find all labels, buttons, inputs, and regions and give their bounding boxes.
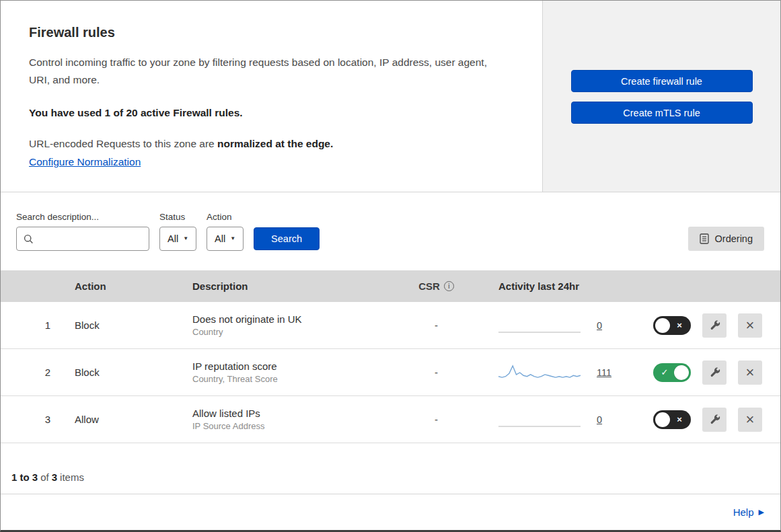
- rule-action: Allow: [61, 414, 179, 425]
- search-box: [16, 227, 149, 251]
- close-icon: ×: [746, 365, 755, 380]
- actions-panel: Create firewall rule Create mTLS rule: [543, 1, 780, 192]
- usage-summary: You have used 1 of 20 active Firewall ru…: [29, 107, 514, 119]
- create-mtls-rule-button[interactable]: Create mTLS rule: [571, 102, 753, 124]
- item-range: 1 to 3: [11, 471, 38, 483]
- delete-rule-button[interactable]: ×: [738, 360, 762, 385]
- wrench-icon: [709, 367, 720, 378]
- rule-description-cell: Allow listed IPs IP Source Address: [179, 408, 398, 431]
- rule-enabled-toggle[interactable]: ✓: [653, 363, 691, 382]
- toggle-state-icon: ✓: [655, 368, 674, 377]
- rule-enabled-toggle[interactable]: ×: [653, 410, 691, 429]
- action-filter-value: All: [215, 233, 225, 244]
- toggle-knob: [655, 318, 670, 333]
- rule-fields: Country: [192, 327, 398, 337]
- rule-priority: 1: [1, 319, 61, 331]
- chevron-down-icon: ▼: [230, 236, 235, 241]
- page-title: Firewall rules: [29, 25, 514, 40]
- normalization-text: URL-encoded Requests to this zone are no…: [29, 138, 514, 150]
- wrench-icon: [709, 319, 720, 331]
- rule-action: Block: [61, 319, 179, 331]
- delete-rule-button[interactable]: ×: [738, 408, 762, 432]
- ordering-list-icon: [700, 233, 709, 244]
- header-activity: Activity last 24hr: [475, 280, 646, 292]
- help-arrow-icon: ▶: [759, 508, 764, 517]
- action-filter-dropdown[interactable]: All▼: [207, 227, 244, 251]
- rule-description-cell: IP reputation score Country, Threat Scor…: [179, 360, 398, 384]
- items-label: items: [60, 471, 84, 483]
- rule-action: Block: [61, 367, 179, 378]
- rule-description: Does not originate in UK: [192, 313, 398, 325]
- activity-sparkline: [498, 360, 581, 385]
- rule-activity-cell: 0: [475, 313, 646, 338]
- toggle-knob: [655, 412, 670, 427]
- activity-count-link[interactable]: 111: [597, 367, 611, 378]
- toggle-state-icon: ×: [670, 321, 689, 330]
- action-field: Action All▼: [207, 212, 244, 251]
- search-label: Search description...: [16, 212, 149, 222]
- header-csr: CSR i: [398, 280, 475, 292]
- toggle-knob: [674, 365, 689, 380]
- toggle-state-icon: ×: [670, 415, 689, 424]
- firewall-rules-page: Firewall rules Control incoming traffic …: [0, 0, 781, 532]
- rule-csr: -: [398, 414, 475, 425]
- rule-enabled-toggle[interactable]: ×: [653, 316, 691, 335]
- edit-rule-button[interactable]: [702, 360, 727, 385]
- table-row: 3 Allow Allow listed IPs IP Source Addre…: [1, 396, 780, 443]
- header-description: Description: [179, 280, 398, 292]
- intro-panel: Firewall rules Control incoming traffic …: [1, 1, 543, 192]
- table-row: 2 Block IP reputation score Country, Thr…: [1, 349, 780, 396]
- rule-activity-cell: 0: [475, 408, 646, 432]
- activity-sparkline: [498, 313, 581, 338]
- status-filter-value: All: [168, 233, 178, 244]
- action-label: Action: [207, 212, 244, 222]
- rule-csr: -: [398, 367, 475, 378]
- activity-count-link[interactable]: 0: [597, 414, 602, 425]
- rule-description-cell: Does not originate in UK Country: [179, 313, 398, 337]
- table-header-row: Action Description CSR i Activity last 2…: [1, 270, 780, 302]
- rule-fields: Country, Threat Score: [192, 374, 398, 384]
- header-csr-label: CSR: [418, 280, 440, 292]
- table-row: 1 Block Does not originate in UK Country…: [1, 302, 780, 349]
- activity-sparkline: [498, 408, 581, 432]
- chevron-down-icon: ▼: [183, 236, 188, 241]
- range-of-label: of: [40, 471, 49, 483]
- delete-rule-button[interactable]: ×: [738, 313, 762, 338]
- activity-count-link[interactable]: 0: [597, 320, 602, 331]
- status-filter-dropdown[interactable]: All▼: [159, 227, 196, 251]
- edit-rule-button[interactable]: [702, 313, 727, 338]
- item-total: 3: [52, 471, 57, 483]
- rule-priority: 3: [1, 414, 61, 425]
- normalization-prefix: URL-encoded Requests to this zone are: [29, 138, 217, 149]
- rule-controls: ✓ ×: [646, 360, 780, 385]
- rule-controls: × ×: [646, 408, 780, 432]
- rule-controls: × ×: [646, 313, 780, 338]
- edit-rule-button[interactable]: [702, 408, 727, 432]
- close-icon: ×: [746, 318, 755, 333]
- filter-toolbar: Search description... Status All▼ Action…: [1, 192, 780, 270]
- search-field: Search description...: [16, 212, 149, 251]
- rule-activity-cell: 111: [475, 360, 646, 385]
- rule-description: IP reputation score: [192, 360, 398, 372]
- page-description: Control incoming traffic to your zone by…: [29, 54, 508, 89]
- page-header-section: Firewall rules Control incoming traffic …: [1, 1, 780, 192]
- ordering-button[interactable]: Ordering: [688, 227, 764, 251]
- create-firewall-rule-button[interactable]: Create firewall rule: [571, 70, 753, 92]
- search-input[interactable]: [38, 233, 142, 244]
- pagination-summary: 1 to 3 of 3 items: [1, 443, 780, 494]
- search-icon: [24, 234, 34, 244]
- info-icon[interactable]: i: [444, 281, 454, 291]
- help-row: Help▶: [1, 494, 780, 530]
- help-label: Help: [733, 506, 754, 518]
- normalization-bold: normalized at the edge.: [217, 138, 333, 149]
- rule-description: Allow listed IPs: [192, 408, 398, 419]
- status-label: Status: [159, 212, 196, 222]
- help-link[interactable]: Help▶: [733, 506, 764, 518]
- ordering-button-label: Ordering: [715, 233, 753, 244]
- search-button[interactable]: Search: [254, 227, 320, 250]
- header-action: Action: [61, 280, 179, 292]
- configure-normalization-link[interactable]: Configure Normalization: [29, 156, 141, 168]
- close-icon: ×: [746, 412, 755, 427]
- rule-csr: -: [398, 319, 475, 331]
- wrench-icon: [709, 414, 720, 425]
